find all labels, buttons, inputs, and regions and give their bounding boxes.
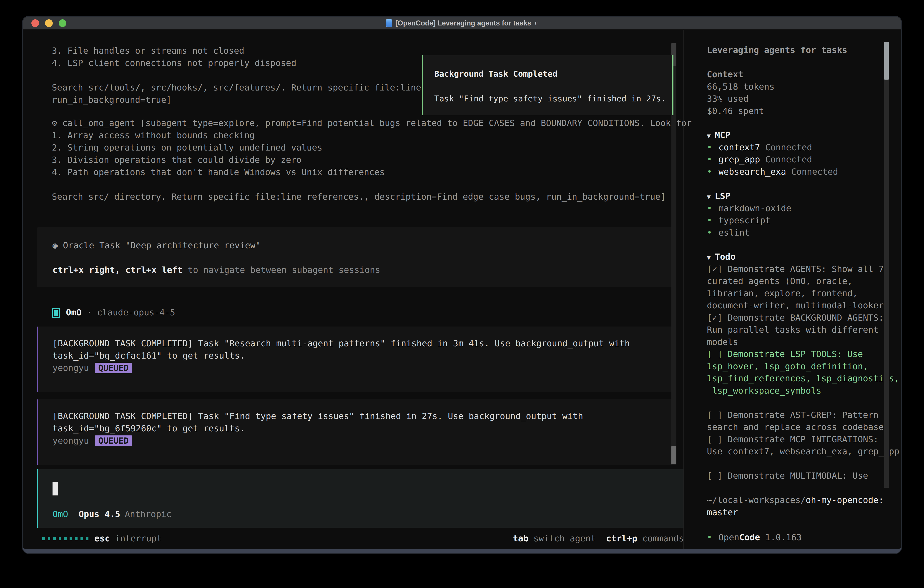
todo-line-done: models xyxy=(707,336,899,349)
message-card: [BACKGROUND TASK COMPLETED] Task "Find t… xyxy=(37,399,675,465)
workspace-branch: master xyxy=(707,506,884,519)
lsp-heading[interactable]: ▼LSP xyxy=(707,190,791,202)
chevron-down-icon: ▼ xyxy=(707,193,711,201)
oracle-task-box: ◉ Oracle Task "Deep architecture review"… xyxy=(37,227,675,287)
pane-divider xyxy=(683,30,684,549)
status-dot-icon: • xyxy=(707,154,712,164)
todo-line-active: [ ] Demonstrate LSP TOOLS: Use xyxy=(707,348,899,360)
agent-header: OmO · claude-opus-4-5 xyxy=(52,306,175,319)
esc-key: esc xyxy=(94,532,110,545)
lsp-name: typescript xyxy=(718,215,771,225)
sidebar-title-wrap: Leveraging agents for tasks xyxy=(707,44,847,56)
sidebar-scrollbar[interactable] xyxy=(884,42,889,488)
oracle-task-title: Oracle Task "Deep architecture review" xyxy=(63,240,261,250)
tool-call-text: call_omo_agent [subagent_type=explore, p… xyxy=(62,118,691,128)
context-spent: $0.46 spent xyxy=(707,105,774,117)
separator-dot: · xyxy=(87,307,92,317)
mcp-item: •websearch_exa Connected xyxy=(707,166,838,178)
todo-line-pending: [ ] Demonstrate MCP INTEGRATIONS: xyxy=(707,433,899,446)
message-line: task_id="bg_6f59260c" to get results. xyxy=(53,422,583,434)
scrollback-line: 4. LSP client connections not properly d… xyxy=(52,57,421,69)
lsp-name: markdown-oxide xyxy=(718,203,791,213)
todo-line-active: lsp_find_references, lsp_diagnostics, xyxy=(707,372,899,385)
oracle-hint-text: to navigate between subagent sessions xyxy=(183,265,380,275)
message-line: [BACKGROUND TASK COMPLETED] Task "Find t… xyxy=(53,410,583,422)
tool-call-line: 3. Division operations that could divide… xyxy=(52,154,691,166)
spinner-dots-icon xyxy=(42,537,88,540)
traffic-lights xyxy=(31,17,66,30)
close-button[interactable] xyxy=(31,19,39,27)
mcp-section: ▼MCP •context7 Connected •grep_app Conne… xyxy=(707,129,838,178)
lsp-item: •markdown-oxide xyxy=(707,202,791,215)
workspace-section: ~/local-workspaces/oh-my-opencode: maste… xyxy=(707,494,884,519)
chevron-down-icon: ▼ xyxy=(707,132,711,140)
scrollbar-thumb[interactable] xyxy=(672,446,676,464)
agent-checkbox-icon xyxy=(52,308,60,318)
kbd-ctrlx-left: ctrl+x left xyxy=(125,265,183,275)
search-line-wrap: Search src/ directory. Return specific f… xyxy=(52,190,666,203)
chevron-down-icon: ▼ xyxy=(707,254,711,261)
window-title: [OpenCode] Leveraging agents for tasks xyxy=(395,19,531,27)
composer-model[interactable]: Opus 4.5 xyxy=(79,509,120,519)
todo-line-pending: Use context7, websearch_exa, grep_app xyxy=(707,446,899,458)
titlebar[interactable]: [OpenCode] Leveraging agents for tasks ◐ xyxy=(23,17,901,30)
todo-heading[interactable]: ▼Todo xyxy=(707,251,899,263)
notification-toast: Background Task Completed Task "Find typ… xyxy=(422,55,673,115)
mcp-item: •grep_app Connected xyxy=(707,154,838,166)
todo-line-active: lsp_hover, lsp_goto_definition, xyxy=(707,360,899,373)
tool-call-line: 2. String operations on potentially unde… xyxy=(52,141,691,154)
status-badge: QUEUED xyxy=(95,435,132,446)
kbd-ctrlx-right: ctrl+x right, xyxy=(53,265,120,275)
status-dot-icon: • xyxy=(707,167,712,177)
window-title-wrap: [OpenCode] Leveraging agents for tasks ◐ xyxy=(386,19,538,27)
minimize-button[interactable] xyxy=(45,19,53,27)
composer-provider: Anthropic xyxy=(125,509,172,519)
lsp-item: •eslint xyxy=(707,227,791,239)
lsp-section: ▼LSP •markdown-oxide •typescript •eslint xyxy=(707,190,791,239)
context-tokens: 66,518 tokens xyxy=(707,81,774,93)
status-dot-icon: • xyxy=(707,203,712,213)
mcp-status: Connected xyxy=(791,167,838,177)
workspace-path-name: oh-my-opencode: xyxy=(806,495,884,505)
todo-line-done: curated agents (OmO, oracle, xyxy=(707,275,899,287)
todo-line-pending: [ ] Demonstrate AST-GREP: Pattern xyxy=(707,409,899,421)
todo-line-done: [✓] Demonstrate BACKGROUND AGENTS: xyxy=(707,312,899,324)
app-name-dim: Open xyxy=(718,532,739,542)
zoom-button[interactable] xyxy=(59,19,66,27)
todo-line-pending: [ ] Demonstrate MULTIMODAL: Use xyxy=(707,470,899,482)
context-heading: Context xyxy=(707,68,774,81)
status-dot-icon: • xyxy=(707,228,712,238)
status-dot-icon: • xyxy=(707,532,712,542)
app-version: 1.0.163 xyxy=(765,532,802,542)
todo-heading-label: Todo xyxy=(715,252,736,262)
todo-line-done: document-writer, multimodal-looker) xyxy=(707,299,899,312)
todo-section: ▼Todo [✓] Demonstrate AGENTS: Show all 7… xyxy=(707,251,899,482)
terminal-content: 3. File handles or streams not closed 4.… xyxy=(23,17,901,549)
status-dot-icon: • xyxy=(707,215,712,225)
fisheye-icon: ◉ xyxy=(53,240,58,250)
mcp-heading-label: MCP xyxy=(715,130,731,140)
ctrlp-key: ctrl+p xyxy=(606,532,637,545)
notification-title: Background Task Completed xyxy=(434,68,558,80)
message-author: yeongyu xyxy=(53,363,89,373)
mcp-heading[interactable]: ▼MCP xyxy=(707,129,838,141)
todo-line-done: Run parallel tasks with different xyxy=(707,324,899,336)
scrollback-line: Search src/tools/, src/hooks/, src/featu… xyxy=(52,81,421,94)
search-line: Search src/ directory. Return specific f… xyxy=(52,190,666,203)
half-circle-icon: ◐ xyxy=(534,20,538,27)
tab-label: switch agent xyxy=(533,532,596,545)
scrollback-line: run_in_background=true] xyxy=(52,94,421,106)
composer-input[interactable]: OmOOpus 4.5Anthropic xyxy=(37,469,684,528)
status-dot-icon: • xyxy=(707,142,712,152)
agent-name: OmO xyxy=(66,307,82,317)
scrollbar-thumb[interactable] xyxy=(884,42,889,79)
app-window: [OpenCode] Leveraging agents for tasks ◐… xyxy=(23,17,901,553)
todo-line-pending: search and replace across codebase xyxy=(707,421,899,433)
session-title: Leveraging agents for tasks xyxy=(707,44,847,56)
composer-agent[interactable]: OmO xyxy=(53,509,68,519)
tool-call-block: ⚙ call_omo_agent [subagent_type=explore,… xyxy=(52,117,691,178)
context-used: 33% used xyxy=(707,93,774,105)
tool-call-line: 4. Path operations that don't handle Win… xyxy=(52,166,691,178)
mcp-name: grep_app xyxy=(718,154,760,164)
document-icon xyxy=(386,19,392,27)
